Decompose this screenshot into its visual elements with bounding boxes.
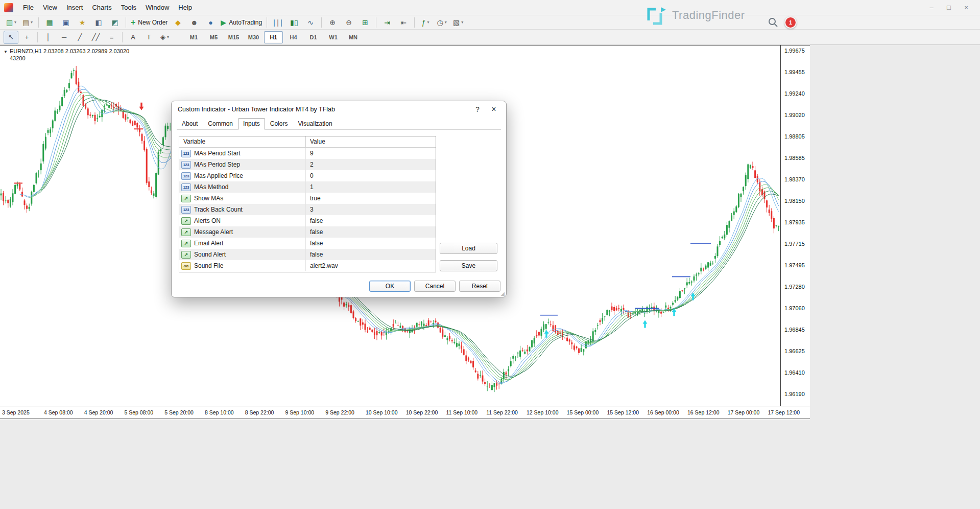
column-variable[interactable]: Variable <box>179 136 306 147</box>
restore-button[interactable]: □ <box>940 1 958 14</box>
vertical-line-tool[interactable]: │ <box>41 31 56 44</box>
market-watch-icon[interactable]: ▦ <box>42 16 57 29</box>
timeframe-m30[interactable]: M30 <box>244 31 263 43</box>
table-row[interactable]: 123MAs Period Step2 <box>179 159 436 170</box>
menu-window[interactable]: Window <box>141 0 174 15</box>
dropdown-arrow-icon[interactable]: ▾ <box>14 20 16 25</box>
variable-value[interactable]: false <box>306 217 436 224</box>
timeframe-h1[interactable]: H1 <box>264 31 283 43</box>
menu-insert[interactable]: Insert <box>62 0 88 15</box>
channel-tool[interactable]: ╱╱ <box>88 31 103 44</box>
horizontal-line-tool[interactable]: ─ <box>57 31 71 44</box>
search-icon[interactable] <box>768 17 779 30</box>
profiles-icon[interactable]: ▤▾ <box>20 16 35 29</box>
minimize-button[interactable]: – <box>923 1 940 14</box>
auto-scroll-icon[interactable]: ⇥ <box>379 16 395 29</box>
variable-value[interactable]: alert2.wav <box>306 262 436 269</box>
terminal-icon[interactable]: ◧ <box>91 16 106 29</box>
tab-inputs[interactable]: Inputs <box>238 118 265 130</box>
table-row[interactable]: 123Mas Applied Price0 <box>179 170 436 181</box>
tab-visualization[interactable]: Visualization <box>293 118 337 130</box>
table-row[interactable]: ↗Message Alertfalse <box>179 226 436 238</box>
periods-icon[interactable]: ◷▾ <box>434 16 449 29</box>
timeframe-m15[interactable]: M15 <box>224 31 243 43</box>
shapes-tool[interactable]: ◈▾ <box>157 31 172 44</box>
strategy-tester-icon[interactable]: ◩ <box>107 16 123 29</box>
variable-value[interactable]: 1 <box>306 183 436 191</box>
dropdown-arrow-icon[interactable]: ▾ <box>445 20 447 25</box>
variable-value[interactable]: 3 <box>306 206 436 213</box>
menu-tools[interactable]: Tools <box>116 0 141 15</box>
tab-common[interactable]: Common <box>203 118 238 130</box>
dialog-titlebar[interactable]: Custom Indicator - Urban Tower Indicator… <box>172 101 506 118</box>
timeframe-m5[interactable]: M5 <box>204 31 223 43</box>
timeframe-d1[interactable]: D1 <box>304 31 323 43</box>
table-row[interactable]: 123MAs Period Start9 <box>179 148 436 159</box>
table-row[interactable]: abSound Filealert2.wav <box>179 260 436 271</box>
symbol-header[interactable]: ▼EURNZD,H1 2.03208 2.03263 2.02989 2.030… <box>4 48 129 61</box>
experts-icon[interactable]: ☻ <box>186 16 202 29</box>
timeframe-m1[interactable]: M1 <box>184 31 203 43</box>
crosshair-tool[interactable]: + <box>19 31 34 44</box>
dropdown-arrow-icon[interactable]: ▾ <box>31 20 33 25</box>
close-window-button[interactable]: × <box>958 1 975 14</box>
zoom-in-icon[interactable]: ⊕ <box>325 16 340 29</box>
menu-charts[interactable]: Charts <box>87 0 116 15</box>
notification-badge[interactable]: 1 <box>784 16 797 29</box>
new-chart-icon[interactable]: ▥▾ <box>4 16 19 29</box>
timeframe-w1[interactable]: W1 <box>324 31 343 43</box>
chart-shift-icon[interactable]: ⇤ <box>396 16 411 29</box>
menu-view[interactable]: View <box>38 0 62 15</box>
variable-value[interactable]: false <box>306 251 436 258</box>
menu-file[interactable]: File <box>18 0 38 15</box>
table-row[interactable]: 123Track Back Count3 <box>179 204 436 215</box>
timeframe-h4[interactable]: H4 <box>284 31 303 43</box>
cancel-button[interactable]: Cancel <box>414 281 456 292</box>
cursor-tool[interactable]: ↖ <box>4 31 18 44</box>
save-button[interactable]: Save <box>440 260 497 271</box>
resize-grip[interactable]: ◢ <box>500 291 505 296</box>
tile-windows-icon[interactable]: ⊞ <box>357 16 373 29</box>
table-row[interactable]: ↗Alerts ONfalse <box>179 215 436 226</box>
line-chart-icon[interactable]: ∿ <box>303 16 318 29</box>
zoom-out-icon[interactable]: ⊖ <box>341 16 356 29</box>
dropdown-arrow-icon[interactable]: ▾ <box>427 20 429 25</box>
variable-value[interactable]: true <box>306 195 436 202</box>
variable-value[interactable]: 9 <box>306 150 436 157</box>
variable-value[interactable]: false <box>306 240 436 247</box>
price-axis[interactable]: 1.996751.994551.992401.990201.988051.985… <box>780 45 810 406</box>
dropdown-arrow-icon[interactable]: ▾ <box>461 20 463 25</box>
new-order-button[interactable]: +New Order <box>129 16 169 29</box>
indicators-icon[interactable]: ƒ▾ <box>418 16 433 29</box>
variable-value[interactable]: 0 <box>306 172 436 179</box>
fibonacci-tool[interactable]: ≡ <box>104 31 119 44</box>
ok-button[interactable]: OK <box>369 281 411 292</box>
candlestick-chart-icon[interactable]: ▮▯ <box>286 16 302 29</box>
tab-about[interactable]: About <box>177 118 203 130</box>
data-window-icon[interactable]: ▣ <box>58 16 74 29</box>
table-row[interactable]: 123MAs Method1 <box>179 181 436 193</box>
time-axis[interactable]: 3 Sep 20254 Sep 08:004 Sep 20:005 Sep 08… <box>0 407 810 419</box>
table-row[interactable]: ↗Email Alertfalse <box>179 238 436 249</box>
autotrading-button[interactable]: ▶AutoTrading <box>219 16 264 29</box>
load-button[interactable]: Load <box>440 243 497 254</box>
table-row[interactable]: ↗Show MAstrue <box>179 193 436 204</box>
timeframe-mn[interactable]: MN <box>344 31 363 43</box>
variable-value[interactable]: false <box>306 228 436 236</box>
column-value[interactable]: Value <box>306 136 436 147</box>
text-tool[interactable]: A <box>126 31 140 44</box>
close-icon[interactable]: × <box>486 103 502 115</box>
menu-help[interactable]: Help <box>174 0 197 15</box>
reset-button[interactable]: Reset <box>459 281 500 292</box>
chart-menu-icon[interactable]: ▼ <box>4 50 8 54</box>
community-icon[interactable]: ● <box>203 16 218 29</box>
navigator-icon[interactable]: ★ <box>75 16 90 29</box>
trendline-tool[interactable]: ╱ <box>73 31 87 44</box>
help-button[interactable]: ? <box>469 103 486 115</box>
label-tool[interactable]: T <box>141 31 156 44</box>
templates-icon[interactable]: ▧▾ <box>450 16 466 29</box>
tab-colors[interactable]: Colors <box>265 118 293 130</box>
variable-value[interactable]: 2 <box>306 161 436 168</box>
dropdown-arrow-icon[interactable]: ▾ <box>167 35 169 39</box>
bar-chart-icon[interactable]: ∣∣∣ <box>270 16 285 29</box>
